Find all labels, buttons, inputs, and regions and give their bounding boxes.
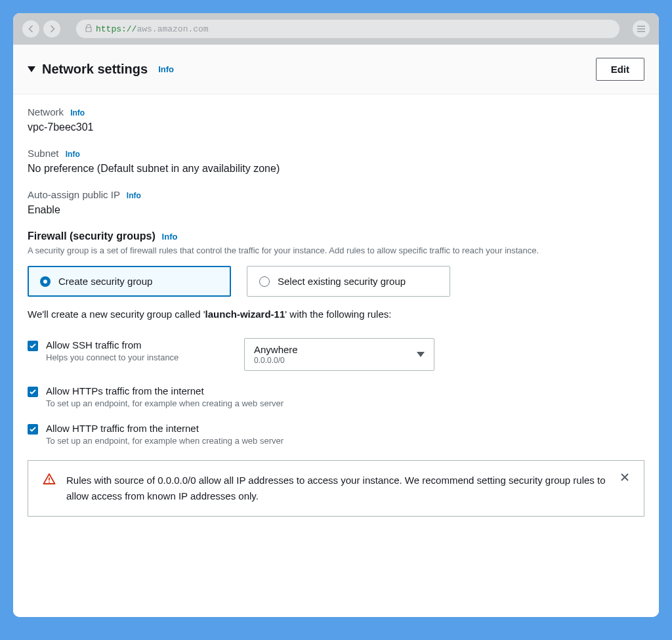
- firewall-title: Firewall (security groups): [28, 230, 156, 242]
- firewall-section: Firewall (security groups) Info A securi…: [28, 230, 644, 517]
- chevron-right-icon: [49, 25, 55, 33]
- check-icon: [30, 389, 36, 395]
- sg-name: launch-wizard-11: [205, 309, 285, 320]
- ssh-source-sub: 0.0.0.0/0: [254, 356, 298, 365]
- radio-selected-icon: [40, 276, 51, 287]
- create-sg-option[interactable]: Create security group: [28, 266, 231, 297]
- rule-ssh: Allow SSH traffic from Helps you connect…: [28, 339, 644, 371]
- check-icon: [30, 427, 36, 432]
- checkbox-ssh[interactable]: [28, 341, 38, 351]
- header-info-link[interactable]: Info: [158, 64, 174, 74]
- rule-https-desc: To set up an endpoint, for example when …: [46, 398, 644, 408]
- rule-http-title: Allow HTTP traffic from the internet: [46, 423, 644, 434]
- network-label: Network: [28, 106, 64, 117]
- url-bar[interactable]: https://aws.amazon.com: [76, 20, 620, 38]
- browser-chrome: https://aws.amazon.com: [13, 13, 659, 45]
- ssh-source-select[interactable]: Anywhere 0.0.0.0/0: [244, 338, 434, 371]
- nav-back-button[interactable]: [22, 20, 39, 37]
- auto-ip-value: Enable: [28, 204, 644, 216]
- subnet-value: No preference (Default subnet in any ava…: [28, 163, 644, 175]
- edit-button[interactable]: Edit: [596, 58, 644, 81]
- firewall-desc: A security group is a set of firewall ru…: [28, 245, 644, 257]
- url-scheme: https://: [96, 24, 136, 34]
- lock-icon: [85, 24, 92, 34]
- rule-http-desc: To set up an endpoint, for example when …: [46, 436, 644, 446]
- existing-sg-option[interactable]: Select existing security group: [247, 266, 450, 297]
- panel-title: Network settings: [42, 62, 148, 77]
- collapse-caret-icon[interactable]: [28, 66, 35, 72]
- alert-close-button[interactable]: [620, 473, 629, 484]
- warning-icon: [43, 473, 56, 488]
- auto-ip-label: Auto-assign public IP: [28, 189, 120, 200]
- close-icon: [620, 473, 629, 482]
- firewall-info-link[interactable]: Info: [162, 232, 178, 242]
- auto-ip-info-link[interactable]: Info: [127, 191, 141, 200]
- create-sg-label: Create security group: [58, 276, 152, 287]
- checkbox-http[interactable]: [28, 424, 38, 435]
- subnet-field: Subnet Info No preference (Default subne…: [28, 148, 644, 175]
- ssh-source-main: Anywhere: [254, 344, 298, 356]
- sg-create-note: We'll create a new security group called…: [28, 309, 644, 320]
- rule-https: Allow HTTPs traffic from the internet To…: [28, 385, 644, 408]
- check-icon: [30, 343, 36, 349]
- subnet-label: Subnet: [28, 148, 59, 159]
- rule-ssh-title: Allow SSH traffic from: [46, 339, 236, 351]
- network-field: Network Info vpc-7beec301: [28, 106, 644, 133]
- page-content: Network settings Info Edit Network Info …: [13, 45, 659, 617]
- chevron-down-icon: [417, 352, 425, 357]
- alert-text: Rules with source of 0.0.0.0/0 allow all…: [66, 473, 610, 504]
- subnet-info-link[interactable]: Info: [66, 150, 80, 159]
- checkbox-https[interactable]: [28, 387, 38, 397]
- auto-ip-field: Auto-assign public IP Info Enable: [28, 189, 644, 216]
- url-host: aws.amazon.com: [136, 24, 208, 34]
- rule-http: Allow HTTP traffic from the internet To …: [28, 423, 644, 446]
- existing-sg-label: Select existing security group: [278, 276, 406, 287]
- network-value: vpc-7beec301: [28, 121, 644, 133]
- radio-unselected-icon: [259, 276, 270, 287]
- nav-forward-button[interactable]: [43, 20, 60, 37]
- security-warning-alert: Rules with source of 0.0.0.0/0 allow all…: [28, 460, 644, 517]
- network-info-link[interactable]: Info: [70, 108, 85, 117]
- rule-https-title: Allow HTTPs traffic from the internet: [46, 385, 644, 396]
- browser-menu-button[interactable]: [633, 20, 650, 37]
- svg-point-1: [49, 482, 50, 483]
- panel-header: Network settings Info Edit: [13, 45, 659, 95]
- browser-window: https://aws.amazon.com Network settings …: [13, 13, 659, 617]
- hamburger-icon: [637, 26, 646, 32]
- rule-ssh-desc: Helps you connect to your instance: [46, 352, 236, 362]
- chevron-left-icon: [28, 25, 34, 33]
